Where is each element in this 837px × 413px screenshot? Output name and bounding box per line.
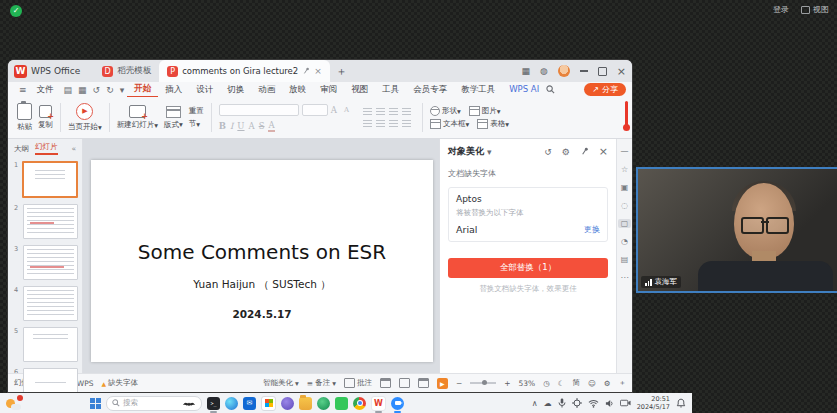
webcam-video[interactable]: 袁海军	[636, 167, 837, 293]
tray-mic-icon[interactable]	[558, 398, 566, 408]
replace-all-button[interactable]: 全部替换（1）	[448, 258, 608, 278]
font-name-select[interactable]	[219, 104, 299, 116]
slides-tab[interactable]: 幻灯片	[35, 142, 58, 155]
taskbar-search[interactable]: 搜索	[106, 396, 202, 411]
smart-beautify-button[interactable]: 智能美化▾	[263, 378, 299, 388]
app-meeting[interactable]	[391, 397, 404, 410]
text-direction-icon[interactable]	[402, 120, 411, 128]
search-icon[interactable]	[546, 85, 555, 94]
ribbon-tab-review[interactable]: 审阅	[313, 82, 344, 97]
close-panel-icon[interactable]: ×	[599, 145, 608, 158]
tray-chevron-up-icon[interactable]: ∧	[532, 399, 538, 408]
tray-target-icon[interactable]	[572, 398, 582, 408]
tab-docer[interactable]: D 稻壳模板	[94, 60, 159, 82]
globe-icon[interactable]: ◍	[540, 66, 548, 76]
print-icon[interactable]: ▦	[78, 85, 87, 95]
reading-view-icon[interactable]	[418, 378, 429, 388]
weather-widget[interactable]	[6, 397, 21, 410]
play-from-current-button[interactable]: ▶ 当页开始▾	[68, 103, 102, 132]
ribbon-tab-insert[interactable]: 插入	[158, 82, 189, 97]
close-window-button[interactable]: ×	[617, 65, 626, 78]
ribbon-tab-transition[interactable]: 切换	[220, 82, 251, 97]
statusbar-plus-icon[interactable]: ＋	[619, 378, 627, 388]
table-button[interactable]: 表格▾	[477, 119, 509, 129]
pin-panel-icon[interactable]	[580, 147, 589, 156]
start-button[interactable]	[90, 398, 101, 409]
strikethrough-button[interactable]: S	[259, 121, 265, 131]
ribbon-tab-slideshow[interactable]: 放映	[282, 82, 313, 97]
slide-thumbnail-5[interactable]: 5	[14, 327, 78, 362]
slide-thumbnail-2[interactable]: 2	[14, 204, 78, 239]
fit-slide-icon[interactable]: ◷	[543, 379, 550, 388]
hamburger-icon[interactable]: ≡	[19, 85, 27, 95]
slide-thumbnail-3[interactable]: 3	[14, 245, 78, 280]
italic-button[interactable]: I	[230, 121, 233, 131]
feedback-icon[interactable]: ☺	[588, 379, 596, 388]
rail-chart-icon[interactable]: ◔	[618, 237, 631, 246]
paste-button[interactable]: 粘贴	[17, 103, 32, 132]
tray-clock[interactable]: 20:51 2024/5/17	[637, 395, 670, 411]
app-green-2[interactable]	[335, 397, 348, 410]
menu-file[interactable]: 文件	[30, 82, 61, 97]
restore-button[interactable]	[598, 67, 607, 76]
panel-caret-icon[interactable]: ▾	[487, 147, 492, 157]
app-terminal[interactable]: >_	[207, 397, 220, 410]
app-microsoft-store[interactable]	[261, 396, 276, 411]
comments-button[interactable]: 批注	[344, 378, 372, 388]
tray-camera-icon[interactable]	[620, 399, 631, 407]
align-center-icon[interactable]	[376, 108, 385, 116]
ribbon-tab-member[interactable]: 会员专享	[406, 82, 454, 97]
slide-author[interactable]: Yuan Haijun （ SUSTech ）	[91, 278, 433, 292]
account-avatar[interactable]	[558, 65, 570, 77]
current-slide[interactable]: Some Comments on ESR Yuan Haijun （ SUSTe…	[91, 160, 433, 362]
zoom-in-icon[interactable]: +	[504, 379, 510, 388]
font-size-select[interactable]	[302, 104, 328, 116]
app-green-1[interactable]	[317, 397, 330, 410]
pin-icon[interactable]	[302, 67, 310, 75]
textbox-button[interactable]: 文本框▾	[430, 119, 469, 129]
widgets-icon[interactable]: ▦	[521, 66, 530, 76]
slideshow-play-button[interactable]: ▶	[437, 378, 448, 389]
zoom-percent[interactable]: 53%	[518, 379, 535, 388]
app-chrome[interactable]	[353, 397, 366, 410]
sorter-view-icon[interactable]	[399, 378, 410, 388]
collapse-panel-icon[interactable]: «	[71, 144, 76, 153]
rail-templates-icon[interactable]: ▣	[618, 183, 631, 192]
rail-collapse-icon[interactable]: —	[618, 147, 631, 156]
align-left-icon[interactable]	[363, 108, 372, 116]
bold-button[interactable]: B	[219, 121, 226, 131]
ribbon-tab-animation[interactable]: 动画	[251, 82, 282, 97]
slide-canvas[interactable]: Some Comments on ESR Yuan Haijun （ SUSTe…	[83, 139, 439, 373]
section-button[interactable]: 节▾	[189, 119, 204, 129]
font-color-button[interactable]: A	[268, 120, 274, 132]
undo-icon[interactable]: ↺	[93, 85, 101, 95]
ribbon-tab-home[interactable]: 开始	[127, 81, 158, 98]
save-icon[interactable]: ▤	[64, 85, 73, 95]
close-tab-icon[interactable]: ×	[314, 66, 322, 76]
notes-button[interactable]: ≡备注▾	[307, 378, 336, 388]
app-file-explorer[interactable]	[299, 397, 312, 410]
numbering-icon[interactable]	[376, 120, 385, 128]
tray-bell-icon[interactable]	[676, 398, 686, 408]
new-tab-button[interactable]: ＋	[336, 64, 347, 79]
picture-button[interactable]: 图片▾	[469, 106, 501, 116]
copy-button[interactable]: 复制	[38, 105, 53, 130]
share-button[interactable]: ↗ 分享	[584, 83, 626, 96]
underline-button[interactable]: U	[237, 121, 244, 131]
ribbon-tab-teaching[interactable]: 教学工具	[454, 82, 502, 97]
rail-assets-icon[interactable]: ◌	[618, 201, 631, 210]
slide-thumbnail-1[interactable]: 1	[14, 161, 78, 198]
gear-icon[interactable]: ⚙	[562, 147, 570, 157]
layout-button[interactable]: 版式▾	[164, 106, 183, 130]
settings-icon[interactable]: ⚙	[604, 379, 611, 388]
tray-cloud-icon[interactable]: ☁	[544, 399, 552, 408]
reset-button[interactable]: 重置	[189, 106, 204, 116]
tray-wifi-icon[interactable]	[588, 399, 599, 408]
ribbon-tab-design[interactable]: 设计	[189, 82, 220, 97]
ribbon-tab-view[interactable]: 视图	[344, 82, 375, 97]
eye-protect-icon[interactable]: ☾	[558, 379, 565, 388]
outline-tab[interactable]: 大纲	[14, 144, 29, 154]
app-mail[interactable]: ✉	[243, 397, 256, 410]
language-toggle[interactable]: 简	[572, 378, 580, 388]
ribbon-tab-tools[interactable]: 工具	[375, 82, 406, 97]
